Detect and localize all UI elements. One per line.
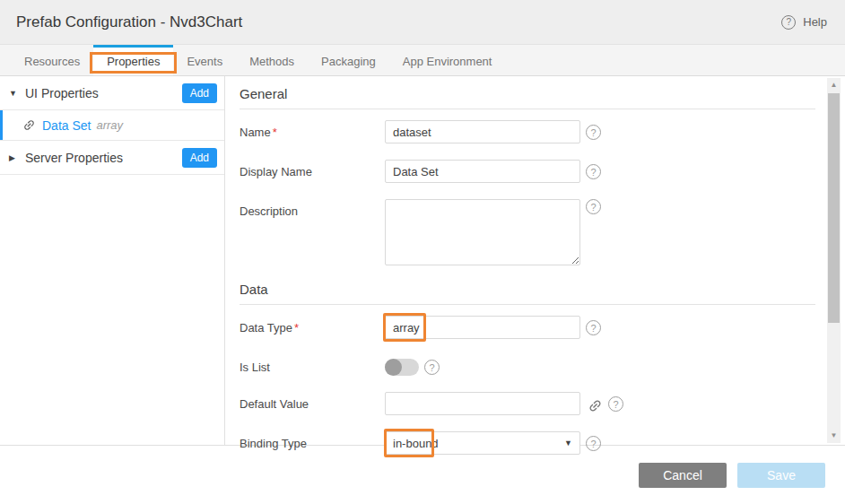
data-type-input[interactable] bbox=[385, 316, 580, 339]
sidebar-group-label: UI Properties bbox=[25, 86, 182, 100]
tab-packaging[interactable]: Packaging bbox=[308, 45, 389, 75]
dialog-title: Prefab Configuration - Nvd3Chart bbox=[16, 13, 242, 31]
add-server-property-button[interactable]: Add bbox=[182, 148, 217, 168]
scroll-down-arrow-icon[interactable]: ▼ bbox=[827, 430, 841, 441]
sidebar-group-ui-properties[interactable]: ▼ UI Properties Add bbox=[0, 76, 224, 109]
bind-property-icon[interactable] bbox=[584, 395, 605, 416]
cancel-button[interactable]: Cancel bbox=[639, 463, 727, 488]
field-label: Is List bbox=[240, 355, 385, 374]
field-row-default-value: Default Value ? bbox=[240, 392, 815, 415]
tab-resources[interactable]: Resources bbox=[11, 45, 93, 75]
binding-type-selected-value: in-bound bbox=[393, 437, 439, 450]
name-input[interactable] bbox=[385, 120, 580, 143]
field-label: Description bbox=[240, 199, 385, 218]
dropdown-arrow-icon: ▼ bbox=[564, 439, 572, 448]
toggle-knob bbox=[385, 359, 402, 376]
section-heading-general: General bbox=[240, 86, 815, 109]
field-row-data-type: Data Type* ? bbox=[240, 316, 815, 339]
field-row-description: Description ? bbox=[240, 199, 815, 265]
default-value-help-icon[interactable]: ? bbox=[608, 396, 623, 412]
sidebar-group-label: Server Properties bbox=[25, 151, 182, 165]
dialog-header: Prefab Configuration - Nvd3Chart ? Help bbox=[0, 0, 845, 45]
display-name-help-icon[interactable]: ? bbox=[586, 164, 601, 179]
data-type-help-icon[interactable]: ? bbox=[586, 320, 601, 335]
required-marker: * bbox=[273, 126, 277, 139]
is-list-toggle[interactable] bbox=[385, 359, 419, 376]
binding-link-icon bbox=[20, 116, 39, 135]
tab-events[interactable]: Events bbox=[173, 45, 236, 75]
vertical-scrollbar[interactable]: ▲ ▼ bbox=[827, 78, 841, 443]
sidebar-group-server-properties[interactable]: ▶ Server Properties Add bbox=[0, 141, 224, 175]
help-label: Help bbox=[803, 15, 827, 29]
caret-collapsed-icon[interactable]: ▶ bbox=[9, 153, 25, 162]
field-label: Default Value bbox=[240, 392, 385, 411]
tab-app-environment[interactable]: App Environment bbox=[389, 45, 506, 75]
tab-properties[interactable]: Properties bbox=[93, 45, 173, 75]
field-label: Display Name bbox=[240, 160, 385, 178]
sidebar-item-data-set[interactable]: Data Set array bbox=[0, 109, 224, 141]
field-row-is-list: Is List ? bbox=[240, 355, 815, 376]
binding-type-select[interactable]: in-bound ▼ bbox=[385, 431, 580, 455]
field-row-name: Name* ? bbox=[240, 120, 815, 143]
default-value-input[interactable] bbox=[385, 392, 580, 415]
sidebar-item-label: Data Set bbox=[42, 118, 91, 133]
add-ui-property-button[interactable]: Add bbox=[182, 83, 217, 103]
scrollbar-thumb[interactable] bbox=[828, 93, 840, 323]
scroll-up-arrow-icon[interactable]: ▲ bbox=[827, 80, 841, 91]
dialog-body: ▼ UI Properties Add Data Set array ▶ Ser… bbox=[0, 76, 845, 446]
help-icon: ? bbox=[781, 15, 796, 30]
sidebar-item-type: array bbox=[96, 118, 123, 132]
field-row-display-name: Display Name ? bbox=[240, 160, 815, 183]
tab-bar: Resources Properties Events Methods Pack… bbox=[0, 45, 845, 76]
required-marker: * bbox=[294, 321, 299, 335]
save-button[interactable]: Save bbox=[737, 463, 825, 488]
field-label: Name* bbox=[240, 120, 385, 139]
properties-sidebar: ▼ UI Properties Add Data Set array ▶ Ser… bbox=[0, 76, 225, 445]
field-row-binding-type: Binding Type in-bound ▼ ? bbox=[240, 431, 815, 455]
property-form-panel: General Name* ? Display Name ? Descripti bbox=[225, 76, 845, 445]
field-label: Binding Type bbox=[240, 431, 385, 450]
section-heading-data: Data bbox=[240, 282, 815, 305]
description-textarea[interactable] bbox=[385, 199, 580, 265]
tab-methods[interactable]: Methods bbox=[236, 45, 308, 75]
is-list-help-icon[interactable]: ? bbox=[424, 360, 440, 375]
binding-type-help-icon[interactable]: ? bbox=[586, 436, 601, 451]
help-button[interactable]: ? Help bbox=[781, 15, 827, 30]
display-name-input[interactable] bbox=[385, 160, 580, 183]
caret-expanded-icon[interactable]: ▼ bbox=[9, 89, 25, 98]
description-help-icon[interactable]: ? bbox=[586, 199, 601, 214]
name-help-icon[interactable]: ? bbox=[586, 125, 601, 140]
field-label: Data Type* bbox=[240, 316, 385, 335]
